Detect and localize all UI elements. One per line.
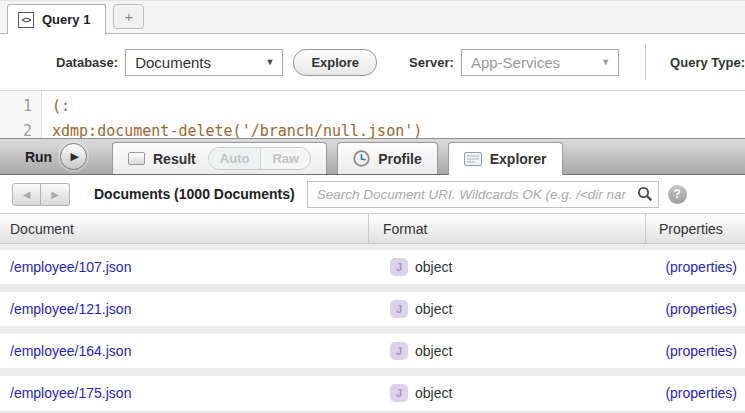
clock-icon bbox=[353, 150, 370, 167]
tab-profile[interactable]: Profile bbox=[337, 142, 438, 174]
plus-icon: + bbox=[125, 8, 134, 25]
explore-button[interactable]: Explore bbox=[293, 49, 377, 76]
tab-result-label: Result bbox=[153, 151, 196, 167]
code-line: xdmp:document-delete('/branch/null.json'… bbox=[52, 119, 745, 138]
line-number-gutter: 1 2 bbox=[0, 91, 42, 138]
table-row: /employee/175.json J object (properties) bbox=[0, 376, 745, 410]
next-page-button[interactable]: ▶ bbox=[41, 183, 70, 206]
server-label: Server: bbox=[409, 55, 454, 70]
search-button[interactable] bbox=[632, 182, 658, 207]
tab-query-1-label: Query 1 bbox=[42, 12, 90, 27]
format-value: object bbox=[415, 259, 452, 275]
query-type-label: Query Type: bbox=[670, 55, 745, 70]
properties-link[interactable]: (properties) bbox=[665, 343, 737, 359]
document-uri-link[interactable]: /employee/175.json bbox=[10, 385, 131, 401]
json-format-icon: J bbox=[390, 300, 408, 318]
document-uri-link[interactable]: /employee/121.json bbox=[10, 301, 131, 317]
search-icon bbox=[637, 186, 653, 202]
code-editor[interactable]: 1 2 (: xdmp:document-delete('/branch/nul… bbox=[0, 90, 745, 138]
prev-page-button[interactable]: ◀ bbox=[12, 183, 41, 206]
server-select-value: App-Services bbox=[471, 54, 560, 71]
document-uri-link[interactable]: /employee/164.json bbox=[10, 343, 131, 359]
toolbar-divider bbox=[645, 44, 646, 80]
documents-table: Document Format Properties /employee/107… bbox=[0, 213, 745, 413]
tab-profile-label: Profile bbox=[378, 151, 422, 167]
arrow-left-icon: ◀ bbox=[23, 189, 31, 200]
database-label: Database: bbox=[56, 55, 118, 70]
line-number: 2 bbox=[0, 119, 32, 138]
help-button[interactable]: ? bbox=[668, 185, 687, 204]
auto-raw-toggle: Auto Raw bbox=[208, 147, 311, 170]
explorer-toolbar: ◀ ▶ Documents (1000 Documents) ? bbox=[0, 175, 745, 213]
chevron-down-icon: ▼ bbox=[265, 57, 274, 67]
arrow-right-icon: ▶ bbox=[51, 189, 59, 200]
window-icon bbox=[128, 152, 145, 165]
play-icon: ▶ bbox=[70, 150, 78, 163]
properties-link[interactable]: (properties) bbox=[665, 301, 737, 317]
column-header-document: Document bbox=[0, 221, 368, 237]
json-format-icon: J bbox=[390, 342, 408, 360]
toolbar: Database: Documents ▼ Explore Server: Ap… bbox=[0, 34, 745, 90]
query-console: <> Query 1 + Database: Documents ▼ Explo… bbox=[0, 0, 745, 413]
chevron-down-icon: ▼ bbox=[601, 57, 610, 67]
line-number: 1 bbox=[0, 94, 32, 119]
tab-explorer-label: Explorer bbox=[490, 151, 547, 167]
result-tabs: Result Auto Raw Profile bbox=[112, 139, 563, 174]
format-value: object bbox=[415, 385, 452, 401]
documents-count-title: Documents (1000 Documents) bbox=[94, 186, 295, 202]
auto-toggle[interactable]: Auto bbox=[209, 148, 261, 169]
new-query-tab-button[interactable]: + bbox=[113, 4, 144, 29]
code-content[interactable]: (: xdmp:document-delete('/branch/null.js… bbox=[42, 91, 745, 138]
table-row: /employee/121.json J object (properties) bbox=[0, 292, 745, 326]
query-tab-bar: <> Query 1 + bbox=[0, 1, 745, 34]
properties-link[interactable]: (properties) bbox=[665, 385, 737, 401]
database-select[interactable]: Documents ▼ bbox=[125, 49, 283, 76]
code-line: (: bbox=[52, 94, 745, 119]
document-uri-link[interactable]: /employee/107.json bbox=[10, 259, 131, 275]
table-header: Document Format Properties bbox=[0, 213, 745, 244]
database-select-value: Documents bbox=[135, 54, 211, 71]
format-value: object bbox=[415, 343, 452, 359]
run-label: Run bbox=[25, 149, 52, 165]
table-row: /employee/164.json J object (properties) bbox=[0, 334, 745, 368]
run-button[interactable]: ▶ bbox=[60, 143, 87, 170]
pager: ◀ ▶ bbox=[12, 183, 70, 206]
document-icon bbox=[464, 152, 482, 166]
table-body: /employee/107.json J object (properties)… bbox=[0, 244, 745, 410]
column-header-properties: Properties bbox=[645, 214, 745, 243]
format-value: object bbox=[415, 301, 452, 317]
search-input[interactable] bbox=[308, 182, 632, 207]
run-group: Run ▶ bbox=[0, 139, 112, 174]
code-icon: <> bbox=[18, 12, 34, 28]
json-format-icon: J bbox=[390, 258, 408, 276]
column-header-format: Format bbox=[368, 214, 645, 243]
tab-query-1[interactable]: <> Query 1 bbox=[7, 4, 106, 34]
tab-explorer[interactable]: Explorer bbox=[448, 142, 563, 175]
table-row: /employee/107.json J object (properties) bbox=[0, 250, 745, 284]
properties-link[interactable]: (properties) bbox=[665, 259, 737, 275]
raw-toggle[interactable]: Raw bbox=[260, 148, 310, 169]
server-select[interactable]: App-Services ▼ bbox=[461, 49, 619, 76]
tab-result[interactable]: Result Auto Raw bbox=[112, 142, 327, 174]
json-format-icon: J bbox=[390, 384, 408, 402]
run-bar: Run ▶ Result Auto Raw Profile bbox=[0, 138, 745, 175]
search-box bbox=[307, 181, 659, 208]
question-mark-icon: ? bbox=[674, 187, 681, 201]
